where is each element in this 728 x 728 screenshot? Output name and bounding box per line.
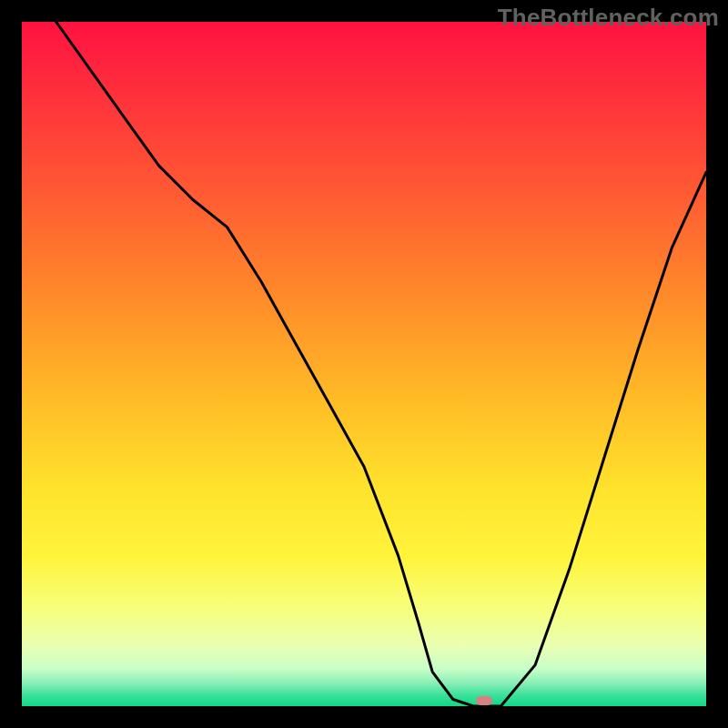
chart-frame: TheBottleneck.com — [0, 0, 728, 728]
sweet-spot-marker — [476, 696, 492, 705]
curve-layer — [22, 22, 706, 706]
bottleneck-curve — [56, 22, 706, 706]
watermark-text: TheBottleneck.com — [498, 4, 719, 32]
plot-area — [22, 22, 706, 706]
